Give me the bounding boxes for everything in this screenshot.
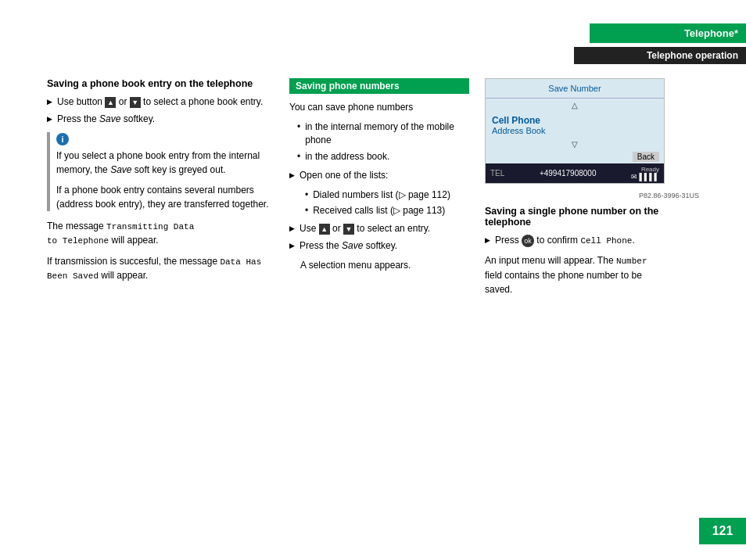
phone-ui-tel-label: TEL [490, 169, 504, 178]
mid-open-list: Open one of the lists: [289, 169, 469, 182]
mid-final-step-2-text: Press the Save softkey. [299, 239, 397, 253]
right-step-1-text: Press ok to confirm Cell Phone. [495, 234, 635, 247]
left-step-2: Press the Save softkey. [47, 113, 274, 126]
mid-sub-1-text: Dialed numbers list (▷ page 112) [313, 188, 450, 202]
phone-ui-number: +499417908000 [540, 169, 597, 178]
mid-open-text: Open one of the lists: [299, 169, 388, 182]
mid-bullet-2-text: in the address book. [305, 150, 389, 163]
middle-column: Saving phone numbers You can save phone … [289, 78, 469, 513]
mid-sub-1: Dialed numbers list (▷ page 112) [305, 188, 469, 202]
left-step-1-text: Use button ▲ or ▼ to select a phone book… [57, 95, 263, 109]
right-heading: Saving a single phone number on the tele… [485, 206, 699, 228]
mid-open-step: Open one of the lists: [289, 169, 469, 182]
mid-sub-2: Received calls list (▷ page 113) [305, 204, 469, 217]
mid-bullet-1: in the internal memory of the mobile pho… [297, 120, 469, 147]
phone-ui-triangle-up: △ [486, 99, 664, 112]
info-para-1: If you select a phone book entry from th… [56, 149, 274, 177]
phone-ui-status-bar: TEL +499417908000 Ready ✉ ▌▌▌▌ [486, 163, 664, 183]
left-column: Saving a phone book entry on the telepho… [47, 78, 274, 513]
section-header-operation: Telephone operation [574, 47, 746, 64]
mid-bullet-list: in the internal memory of the mobile pho… [297, 120, 469, 163]
success-message: If transmission is succesful, the messag… [47, 254, 274, 283]
mid-bullet-1-text: in the internal memory of the mobile pho… [305, 120, 469, 147]
phone-ui-cell-phone: Cell Phone [492, 115, 658, 126]
left-step-1: Use button ▲ or ▼ to select a phone book… [47, 95, 274, 109]
info-box: i If you select a phone book entry from … [47, 132, 274, 211]
info-icon: i [56, 133, 69, 145]
mid-bullet-2: in the address book. [297, 150, 469, 163]
right-steps: Press ok to confirm Cell Phone. [485, 234, 699, 247]
left-step-2-text: Press the Save softkey. [57, 113, 155, 126]
phone-ui-mockup: Save Number △ Cell Phone Address Book ▽ … [485, 78, 665, 184]
mid-final-step-1-text: Use ▲ or ▼ to select an entry. [299, 222, 430, 235]
right-description: An input menu will appear. The Number fi… [485, 253, 699, 296]
phone-ui-options: Cell Phone Address Book [486, 112, 664, 138]
right-step-1: Press ok to confirm Cell Phone. [485, 234, 699, 247]
mid-intro: You can save phone numbers [289, 100, 469, 114]
phone-ui-back-button: Back [633, 152, 659, 162]
mid-sub-2-text: Received calls list (▷ page 113) [313, 204, 445, 217]
mid-sub-bullets: Dialed numbers list (▷ page 112) Receive… [305, 188, 469, 217]
phone-caption: P82.86-3996-31US [485, 192, 699, 199]
mid-final-step-2: Press the Save softkey. [289, 239, 469, 253]
phone-ui-back-row: Back [486, 150, 664, 163]
mid-final-step-1: Use ▲ or ▼ to select an entry. [289, 222, 469, 235]
phone-ui-triangle-down: ▽ [486, 138, 664, 150]
selection-note: A selection menu appears. [300, 258, 469, 272]
right-column: Save Number △ Cell Phone Address Book ▽ … [485, 78, 699, 513]
info-para-2: If a phone book entry contains several n… [56, 183, 274, 211]
phone-ui-address-book: Address Book [492, 126, 658, 135]
section-header-telephone: Telephone* [590, 23, 746, 43]
page-number: 121 [699, 518, 746, 544]
mid-final-steps: Use ▲ or ▼ to select an entry. Press the… [289, 222, 469, 253]
left-steps-list: Use button ▲ or ▼ to select a phone book… [47, 95, 274, 126]
left-heading: Saving a phone book entry on the telepho… [47, 78, 274, 89]
mid-header: Saving phone numbers [289, 78, 469, 94]
phone-ui-title: Save Number [486, 79, 664, 99]
phone-ui-status-icons: Ready ✉ ▌▌▌▌ [631, 166, 659, 181]
transmit-message: The message Transmitting Datato Telephon… [47, 219, 274, 248]
